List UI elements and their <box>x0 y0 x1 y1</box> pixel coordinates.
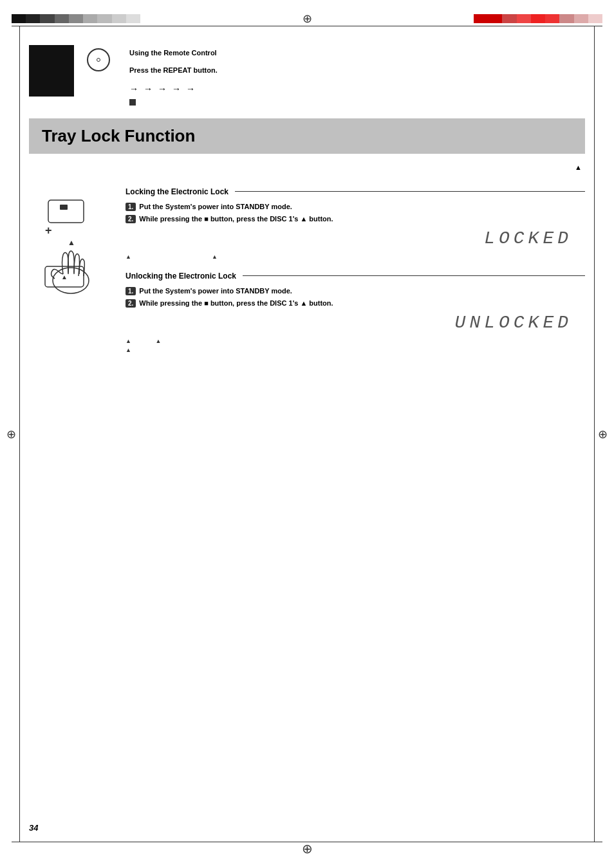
instructions: Locking the Electronic Lock 1. Put the S… <box>126 178 585 356</box>
color-block <box>574 14 588 23</box>
unlock-step-2: 2. While pressing the ■ button, press th… <box>126 299 585 308</box>
lock-step-2-text: While pressing the ■ button, press the D… <box>139 215 333 223</box>
lock-step-1-num: 1. <box>126 203 136 211</box>
unlock-triangle-3: ▲ <box>126 347 131 353</box>
color-block <box>474 14 488 23</box>
unlock-step-2-num: 2. <box>126 299 136 308</box>
hand-svg: + ▲ ▲ <box>29 197 106 300</box>
bottom-crosshair: ⊕ <box>302 841 313 856</box>
color-strip-right <box>474 14 602 23</box>
color-block <box>40 14 54 23</box>
tray-lock-title: Tray Lock Function <box>42 126 195 146</box>
color-block <box>545 14 559 23</box>
unlock-note: ▲ ▲ <box>126 338 585 344</box>
unlocking-header: Unlocking the Electronic Lock <box>126 272 585 281</box>
intro-triangle: ▲ <box>575 163 582 171</box>
unlock-step-1: 1. Put the System's power into STANDBY m… <box>126 287 585 295</box>
lock-step-1-text: Put the System's power into STANDBY mode… <box>139 203 292 210</box>
svg-text:▲: ▲ <box>61 273 68 281</box>
color-block <box>55 14 69 23</box>
top-bar: ⊕ <box>0 12 614 26</box>
color-block <box>12 14 26 23</box>
arrow-5: → <box>186 84 195 94</box>
color-block <box>97 14 111 23</box>
circle-icon <box>87 48 110 71</box>
unlocking-section: Unlocking the Electronic Lock 1. Put the… <box>126 272 585 353</box>
unlocked-display: UNLOCKED <box>126 313 585 333</box>
unlock-step-1-text: Put the System's power into STANDBY mode… <box>139 287 292 295</box>
lock-step-2: 2. While pressing the ■ button, press th… <box>126 215 585 223</box>
top-rule <box>12 26 602 26</box>
small-square <box>129 99 136 106</box>
lock-note-1: ▲ ▲ <box>126 254 585 260</box>
main-content: Using the Remote Control Press the REPEA… <box>29 32 585 836</box>
color-block <box>559 14 573 23</box>
black-box-illustration <box>29 45 74 97</box>
lock-step-2-num: 2. <box>126 215 136 223</box>
color-strip-left <box>12 14 140 23</box>
locking-section: Locking the Electronic Lock 1. Put the S… <box>126 187 585 260</box>
remote-text-line1: Using the Remote Control <box>129 48 218 58</box>
unlocking-line <box>243 275 585 276</box>
hand-illustration: + ▲ ▲ <box>29 197 113 302</box>
intro-note: ▲ <box>29 163 585 171</box>
tray-lock-header: Tray Lock Function <box>29 118 585 154</box>
color-block <box>126 14 140 23</box>
right-crosshair: ⊕ <box>598 427 608 441</box>
lock-step-1: 1. Put the System's power into STANDBY m… <box>126 203 585 211</box>
lock-triangle-1: ▲ <box>126 254 131 260</box>
svg-text:▲: ▲ <box>68 238 75 247</box>
color-block <box>502 14 516 23</box>
svg-rect-1 <box>60 205 68 210</box>
arrows-row: → → → → → <box>129 84 218 94</box>
locking-line <box>235 191 585 192</box>
color-block <box>531 14 545 23</box>
unlock-step-2-text: While pressing the ■ button, press the D… <box>139 299 333 307</box>
locking-title: Locking the Electronic Lock <box>126 187 228 196</box>
arrow-2: → <box>144 84 153 94</box>
locked-display: LOCKED <box>126 228 585 248</box>
lock-triangle-2: ▲ <box>212 254 218 260</box>
svg-text:+: + <box>45 224 52 237</box>
color-block <box>588 14 602 23</box>
top-section: Using the Remote Control Press the REPEA… <box>29 45 585 106</box>
remote-instructions: Using the Remote Control Press the REPEA… <box>129 48 218 106</box>
svg-rect-0 <box>48 200 84 223</box>
unlock-note-2: ▲ <box>126 347 585 353</box>
color-block <box>69 14 83 23</box>
unlock-step-1-num: 1. <box>126 287 136 295</box>
content-body: + ▲ ▲ <box>29 178 585 356</box>
top-crosshair: ⊕ <box>302 12 312 26</box>
color-block <box>112 14 126 23</box>
remote-text-line2: Press the REPEAT button. <box>129 66 218 75</box>
color-block <box>488 14 502 23</box>
unlock-triangle-2: ▲ <box>155 338 161 344</box>
color-block <box>83 14 97 23</box>
left-line <box>19 26 20 842</box>
color-block <box>517 14 531 23</box>
unlocking-title: Unlocking the Electronic Lock <box>126 272 236 281</box>
arrow-4: → <box>172 84 181 94</box>
arrow-1: → <box>129 84 138 94</box>
locking-header: Locking the Electronic Lock <box>126 187 585 196</box>
left-crosshair: ⊕ <box>6 427 16 441</box>
right-line <box>594 26 595 842</box>
color-block <box>26 14 40 23</box>
arrow-3: → <box>158 84 167 94</box>
unlock-triangle-1: ▲ <box>126 338 131 344</box>
